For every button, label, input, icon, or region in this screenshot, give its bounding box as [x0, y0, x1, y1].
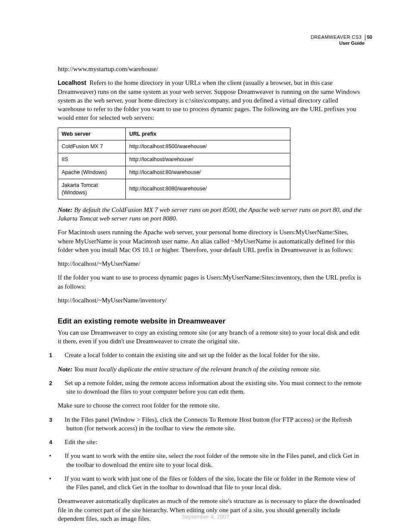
localhost-body: Refers to the home directory in your URL… — [58, 79, 360, 121]
note-label: Note: — [58, 206, 72, 213]
table-row: Apache (Windows) http://localhost:80/war… — [58, 166, 290, 179]
step-1-note: Note: You must locally duplicate the ent… — [58, 365, 364, 373]
step-1: 1Create a local folder to contain the ex… — [58, 351, 364, 359]
table-row: Jakarta Tomcat (Windows) http://localhos… — [58, 179, 290, 199]
table-row: ColdFusion MX 7 http://localhost:8500/wa… — [58, 140, 290, 153]
page-footer-date: September 4, 2007 — [0, 513, 411, 520]
bullet-item: •If you want to work with just one of th… — [58, 474, 364, 492]
col-web-server: Web server — [58, 128, 126, 140]
table-row: IIS http://localhost/warehouse/ — [58, 153, 290, 166]
step-2-extra: Make sure to choose the correct root fol… — [58, 401, 364, 410]
section-intro: You can use Dreamweaver to copy an exist… — [58, 328, 364, 346]
page-header: DREAMWEAVER CS3 50 User Guide — [311, 34, 372, 47]
step-3: 3In the Files panel (Window > Files), cl… — [58, 415, 364, 433]
document-page: DREAMWEAVER CS3 50 User Guide http://www… — [0, 0, 411, 532]
step-4: 4Edit the site: — [58, 438, 364, 446]
mac-paragraph-2: If the folder you want to use to process… — [58, 273, 364, 291]
mac-url-1: http://localhost/~MyUserName/ — [58, 259, 364, 268]
page-number: 50 — [365, 34, 372, 40]
page-content: http://www.mystartup.com/warehouse/ Loca… — [58, 34, 364, 523]
bullet-icon: • — [58, 474, 65, 483]
server-table: Web server URL prefix ColdFusion MX 7 ht… — [58, 128, 290, 199]
product-name: DREAMWEAVER CS3 — [311, 34, 362, 40]
mac-url-2: http://localhost/~MyUserName/inventory/ — [58, 296, 364, 305]
table-header-row: Web server URL prefix — [58, 128, 290, 140]
url-example: http://www.mystartup.com/warehouse/ — [58, 65, 364, 73]
doc-subtitle: User Guide — [311, 40, 372, 47]
col-url-prefix: URL prefix — [126, 128, 290, 140]
section-heading: Edit an existing remote website in Dream… — [58, 317, 364, 327]
bullet-icon: • — [58, 451, 65, 460]
note-body: By default the ColdFusion MX 7 web serve… — [58, 206, 361, 222]
bullet-item: •If you want to work with the entire sit… — [58, 451, 364, 469]
mac-paragraph: For Macintosh users running the Apache w… — [58, 228, 364, 254]
step-2: 2Set up a remote folder, using the remot… — [58, 379, 364, 396]
localhost-paragraph: Localhost Refers to the home directory i… — [58, 78, 364, 122]
ports-note: Note: By default the ColdFusion MX 7 web… — [58, 205, 364, 223]
localhost-label: Localhost — [58, 79, 86, 86]
